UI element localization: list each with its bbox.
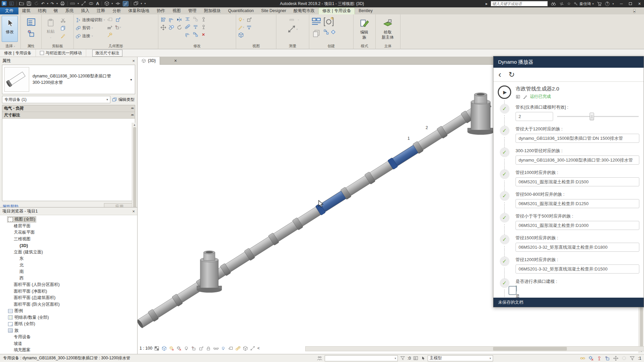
family-type-input[interactable]: 06MS201-3-32_矩形直线混凝土检查井:D1500: [516, 264, 639, 274]
cope-icon[interactable]: [115, 24, 120, 30]
ribbon-tab[interactable]: 修改 | 专用设备: [318, 7, 355, 14]
edit-family-button[interactable]: 编辑 族: [355, 16, 373, 42]
measure-between-icon[interactable]: [193, 32, 198, 37]
thin-lines-icon[interactable]: [123, 1, 128, 6]
selected-pipe-segment-2[interactable]: [388, 144, 419, 170]
match-properties-icon[interactable]: [60, 33, 66, 39]
create-similar-icon[interactable]: [323, 29, 329, 35]
app-store-cart-icon[interactable]: [597, 1, 602, 6]
family-type-input[interactable]: 06MS201_圆形混凝土检查井:D1250: [516, 199, 639, 208]
linework-brush-icon[interactable]: [238, 25, 243, 30]
unlocked-3d-view-icon[interactable]: [206, 346, 211, 351]
slider-thumb[interactable]: [590, 113, 594, 120]
element-filter-dropdown[interactable]: 专用设备 (1) ▾: [2, 96, 110, 103]
tree-item-label[interactable]: 填充图案: [14, 347, 31, 353]
tree-item-label[interactable]: 坡道: [14, 341, 22, 347]
move-icon[interactable]: [160, 24, 166, 31]
switch-windows-icon[interactable]: [133, 1, 139, 6]
mirror-icon[interactable]: [176, 17, 182, 22]
ribbon-tab[interactable]: Site Designer: [257, 7, 290, 14]
cut-icon[interactable]: [60, 18, 66, 23]
editable-only-filter-icon[interactable]: [400, 356, 405, 361]
workset-dropdown[interactable]: ▾: [325, 355, 398, 361]
view-close-icon[interactable]: ×: [174, 58, 177, 63]
tree-item-label[interactable]: 族: [14, 328, 19, 334]
search-expand-icon[interactable]: ▸: [486, 2, 488, 6]
search-input[interactable]: [491, 1, 548, 6]
view-tab-3d[interactable]: {3D}: [138, 57, 160, 65]
ribbon-tab[interactable]: Quantification: [224, 7, 257, 14]
ribbon-tab[interactable]: 钢: [50, 7, 62, 14]
section-collapse-icon[interactable]: ^^: [131, 107, 133, 110]
tree-item[interactable]: 楼层平面: [0, 223, 137, 230]
family-type-input[interactable]: 06MS201_圆形混凝土检查井:D1000: [516, 221, 639, 230]
family-type-input[interactable]: dynamo_GB11836_300-1200B型承插口管:300-1200排水…: [516, 156, 639, 165]
tree-item[interactable]: 面积平面 (人防分区面积): [0, 282, 137, 288]
create-group-icon[interactable]: [323, 16, 334, 27]
copy-element-icon[interactable]: [168, 24, 174, 31]
measure-icon[interactable]: [70, 1, 75, 6]
tree-item-label[interactable]: 面积平面 (净面积): [14, 289, 47, 294]
tree-item-label[interactable]: 西: [19, 276, 24, 281]
exclude-options-icon[interactable]: [421, 356, 425, 361]
scrollbar-thumb[interactable]: [493, 347, 567, 351]
tree-item-label[interactable]: 东: [19, 256, 24, 261]
section-icon[interactable]: [115, 1, 120, 6]
property-section-header[interactable]: 尺寸标注 ^^: [2, 112, 135, 119]
legend-component-icon[interactable]: [311, 16, 322, 27]
dynamo-header[interactable]: Dynamo 播放器: [493, 56, 644, 68]
search-binoculars-icon[interactable]: [551, 1, 556, 6]
pipe-length-input[interactable]: 2: [516, 112, 553, 121]
analytical-model-icon[interactable]: [228, 346, 233, 351]
move-with-nearby-option[interactable]: 与邻近图元一同移动: [36, 49, 86, 57]
activate-dimensions-button[interactable]: 激活尺寸标注: [92, 50, 122, 57]
tree-item[interactable]: 专用设备: [0, 334, 137, 341]
design-options-icon[interactable]: [413, 356, 418, 361]
tree-item[interactable]: 北: [0, 262, 137, 269]
detail-level-icon[interactable]: [154, 346, 159, 351]
tree-item-label[interactable]: 视图 (全部): [14, 217, 35, 222]
tag-icon[interactable]: [89, 1, 94, 6]
dimension-lock-icon[interactable]: [250, 346, 255, 351]
favorites-star-icon[interactable]: ☆: [567, 2, 571, 6]
tree-item-label[interactable]: 立面 (建筑立面): [14, 249, 43, 255]
temporary-hide-isolate-icon[interactable]: [221, 346, 225, 351]
ribbon-tab[interactable]: 文件: [0, 7, 18, 14]
reveal-constraints-icon[interactable]: [243, 346, 248, 351]
unjoin-geometry-icon[interactable]: [115, 17, 121, 22]
tree-item[interactable]: 图纸 (全部): [0, 321, 137, 327]
tree-item[interactable]: 填充图案: [0, 347, 137, 354]
tree-item-label[interactable]: {3D}: [19, 243, 28, 248]
family-types-icon[interactable]: [27, 29, 36, 38]
rendering-dialog-icon[interactable]: [184, 346, 189, 351]
type-selector-dropdown-icon[interactable]: ▾: [127, 78, 135, 81]
edit-in-dynamo-icon[interactable]: [523, 95, 528, 99]
pick-new-host-button[interactable]: 拾取 新主体: [377, 16, 398, 42]
exchange-icon[interactable]: [559, 1, 564, 6]
move-with-nearby-checkbox[interactable]: [40, 51, 44, 55]
measure-diagonal-icon[interactable]: [287, 25, 296, 34]
type-selector[interactable]: dynamo_GB11836_300-1200B型承插口管 300-1200排水…: [2, 65, 135, 94]
unpin-icon[interactable]: [201, 24, 206, 29]
account-menu[interactable]: 秦佳琦 ▾: [574, 1, 594, 6]
copy-icon[interactable]: [60, 25, 66, 31]
tree-item-label[interactable]: 天花板平面: [14, 230, 35, 235]
tree-item[interactable]: {3D}: [0, 242, 137, 249]
split-element-icon[interactable]: [185, 16, 190, 22]
close-button[interactable]: ×: [635, 0, 644, 7]
tree-item-label[interactable]: 专用设备: [14, 334, 31, 340]
trim-extend-icon[interactable]: [185, 32, 190, 37]
filter-icon[interactable]: [630, 356, 635, 361]
toggle-knob[interactable]: [508, 286, 517, 295]
highlight-displacement-icon[interactable]: [235, 346, 240, 351]
drag-elements-icon[interactable]: [613, 356, 619, 361]
properties-window-icon[interactable]: [9, 1, 14, 6]
worksets-icon[interactable]: [317, 356, 322, 361]
override-graphics-bulb-icon[interactable]: [238, 17, 243, 22]
tree-item[interactable]: 天花板平面: [0, 229, 137, 236]
ribbon-tab[interactable]: 体量和场地: [125, 7, 153, 14]
manhole-upper[interactable]: [468, 93, 494, 135]
run-script-button[interactable]: ▶: [498, 85, 511, 99]
join-end-cut-button[interactable]: 连接端切割 ▾: [75, 16, 105, 23]
tree-item[interactable]: 族: [0, 327, 137, 334]
